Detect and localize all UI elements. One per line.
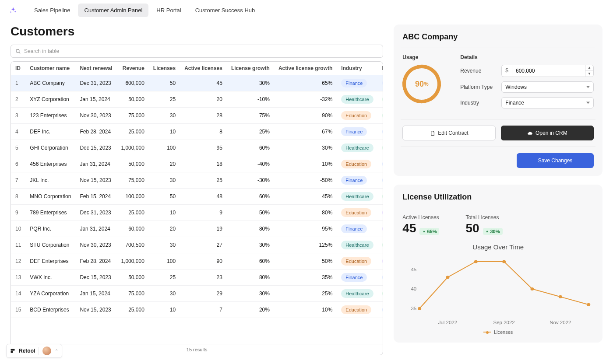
table-row[interactable]: 4DEF Inc.Feb 28, 202425,00010825%67%Fina… [11, 124, 383, 140]
cell-id: 15 [11, 302, 25, 318]
document-icon [430, 130, 435, 136]
table-row[interactable]: 3123 EnterprisesNov 30, 202375,000302875… [11, 108, 383, 124]
cell-license-growth: -30% [227, 172, 274, 189]
user-avatar[interactable] [42, 346, 51, 355]
retool-badge[interactable]: Retool ⌃ [6, 344, 62, 358]
active-licenses-delta: 65% [419, 228, 439, 235]
cell-revenue: 75,000 [116, 108, 148, 124]
table-row[interactable]: 6456 EnterprisesJan 31, 202450,0002018-4… [11, 156, 383, 172]
revenue-input[interactable] [512, 65, 585, 77]
total-licenses-label: Total Licenses [465, 214, 502, 220]
svg-rect-15 [11, 349, 15, 351]
cell-license-growth: 60% [227, 189, 274, 205]
table-row[interactable]: 13VWX Inc.Dec 15, 202350,000252380%35%Fi… [11, 270, 383, 286]
badge: macOS [382, 192, 383, 201]
badge: macOS [382, 144, 383, 152]
usage-over-time-chart: 354045Jul 2022Sep 2022Nov 2022 [402, 253, 594, 328]
badge: Healthcare [341, 289, 373, 298]
total-licenses-delta: 30% [483, 228, 503, 235]
cloud-icon [527, 130, 533, 136]
col-industry[interactable]: Industry [337, 62, 377, 75]
col-revenue[interactable]: Revenue [116, 62, 148, 75]
col-id[interactable]: ID [11, 62, 25, 75]
cell-revenue: 50,000 [116, 91, 148, 108]
col-platform[interactable]: Platform [378, 62, 383, 75]
cell-revenue: 75,000 [116, 172, 148, 189]
cell-licenses: 20 [149, 221, 180, 237]
cell-industry: Education [337, 108, 377, 124]
col-licenses[interactable]: Licenses [149, 62, 180, 75]
company-title: ABC Company [402, 32, 594, 42]
badge: Finance [341, 224, 367, 233]
badge: macOS [382, 95, 383, 104]
table-row[interactable]: 11STU CorporationNov 30, 2023700,5003027… [11, 237, 383, 253]
table-row[interactable]: 10PQR Inc.Jan 31, 202460,000201980%95%Fi… [11, 221, 383, 237]
save-changes-button[interactable]: Save Changes [517, 153, 594, 168]
cell-industry: Education [337, 253, 377, 270]
divider [39, 347, 39, 355]
cell-platform: macOS [378, 286, 383, 302]
table-row[interactable]: 15BCD EnterprisesNov 15, 202325,00010720… [11, 302, 383, 318]
cell-license-growth: 30% [227, 286, 274, 302]
usage-chart-title: Usage Over Time [402, 243, 594, 251]
cell-platform: Windows [378, 156, 383, 172]
nav-tab[interactable]: Sales Pipeline [28, 4, 76, 17]
nav-tab[interactable]: HR Portal [150, 4, 187, 17]
col-name[interactable]: Customer name [25, 62, 75, 75]
chevron-up-icon[interactable]: ⌃ [55, 349, 58, 354]
table-row[interactable]: 2XYZ CorporationJan 15, 202450,0002520-1… [11, 91, 383, 108]
cell-platform: Windows [378, 302, 383, 318]
cell-revenue: 25,000 [116, 124, 148, 140]
table-row[interactable]: 8MNO CorporationFeb 15, 2024100,00050486… [11, 189, 383, 205]
nav-tab[interactable]: Customer Admin Panel [78, 4, 148, 17]
table-row[interactable]: 14YZA CorporationJan 15, 202475,00030293… [11, 286, 383, 302]
cell-license-growth: 30% [227, 237, 274, 253]
table-row[interactable]: 12DEF EnterprisesFeb 28, 20241,000,00010… [11, 253, 383, 270]
industry-select[interactable]: Finance [501, 97, 594, 108]
cell-industry: Healthcare [337, 189, 377, 205]
table-row[interactable]: 1ABC CompanyDec 31, 2023600,000504530%65… [11, 75, 383, 91]
table-search [11, 45, 383, 58]
cell-active-license-growth: 95% [274, 221, 337, 237]
cell-platform: macOS [378, 91, 383, 108]
cell-revenue: 1,000,000 [116, 140, 148, 156]
cell-industry: Education [337, 302, 377, 318]
revenue-input-group: $ ▲ ▼ [501, 65, 594, 77]
revenue-step-down[interactable]: ▼ [585, 71, 593, 77]
edit-contract-button[interactable]: Edit Contract [402, 126, 495, 140]
cell-license-growth: 30% [227, 75, 274, 91]
cell-active-license-growth: 65% [274, 75, 337, 91]
badge: iOS [382, 224, 383, 233]
cell-licenses: 50 [149, 75, 180, 91]
open-crm-button[interactable]: Open in CRM [501, 126, 594, 140]
cell-industry: Finance [337, 124, 377, 140]
col-license-growth[interactable]: License growth [227, 62, 274, 75]
cell-revenue: 1,000,000 [116, 253, 148, 270]
badge: Healthcare [341, 192, 373, 201]
table-row[interactable]: 5GHI CorporationDec 15, 20231,000,000100… [11, 140, 383, 156]
cell-active-licenses: 19 [180, 221, 227, 237]
svg-text:Jul 2022: Jul 2022 [438, 320, 457, 325]
badge: Healthcare [341, 241, 373, 249]
badge: Education [341, 257, 371, 266]
badge: Windows [382, 176, 383, 185]
col-active-license-growth[interactable]: Active license growth [274, 62, 337, 75]
badge: Finance [341, 273, 367, 282]
badge: Education [341, 160, 371, 168]
col-active-licenses[interactable]: Active licenses [180, 62, 227, 75]
platform-type-select[interactable]: Windows [501, 81, 594, 93]
cell-renewal: Nov 30, 2023 [75, 237, 116, 253]
col-renewal[interactable]: Next renewal [75, 62, 116, 75]
cell-license-growth: 80% [227, 270, 274, 286]
cell-active-license-growth: -32% [274, 91, 337, 108]
table-row[interactable]: 7JKL Inc.Nov 15, 202375,0003025-30%-50%F… [11, 172, 383, 189]
cell-id: 5 [11, 140, 25, 156]
cell-revenue: 700,500 [116, 237, 148, 253]
customers-table: ID Customer name Next renewal Revenue Li… [11, 61, 383, 355]
active-licenses-value: 45 [402, 221, 416, 235]
table-row[interactable]: 9789 EnterprisesDec 31, 202325,00010950%… [11, 205, 383, 221]
gauge-suffix: % [424, 81, 429, 87]
search-input[interactable] [11, 45, 383, 58]
nav-tab[interactable]: Customer Success Hub [189, 4, 261, 17]
revenue-step-up[interactable]: ▲ [585, 65, 593, 71]
